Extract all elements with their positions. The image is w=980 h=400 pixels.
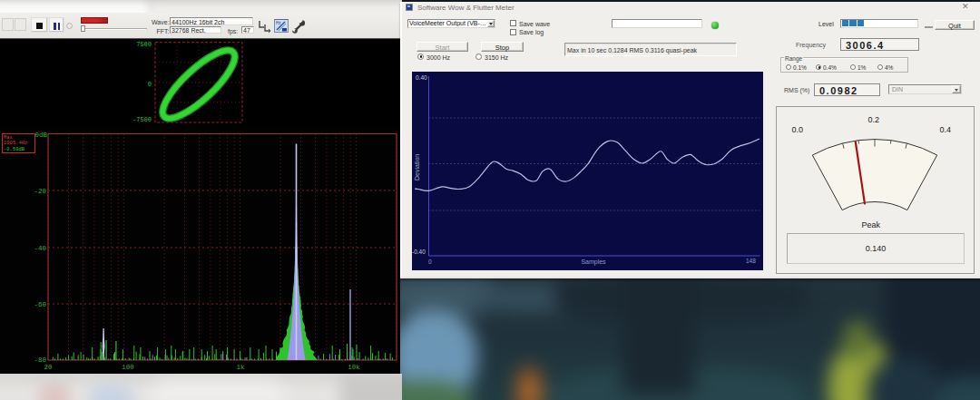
svg-text:0: 0 [428, 259, 432, 265]
svg-text:0dB: 0dB [34, 132, 47, 139]
svg-text:Samples: Samples [581, 259, 606, 266]
svg-text:-7500: -7500 [132, 116, 152, 123]
svg-text:7500: 7500 [136, 41, 152, 48]
svg-text:148: 148 [746, 258, 756, 264]
svg-text:0: 0 [148, 81, 152, 88]
svg-text:10k: 10k [348, 364, 360, 371]
svg-text:-20: -20 [34, 188, 46, 195]
svg-text:-80: -80 [34, 356, 46, 364]
svg-text:Hz: Hz [276, 21, 281, 25]
svg-text:Deviation: Deviation [414, 154, 420, 180]
svg-text:1k: 1k [236, 364, 245, 371]
svg-text:-60: -60 [34, 301, 46, 308]
svg-text:100: 100 [122, 364, 134, 371]
svg-text:20: 20 [44, 364, 53, 371]
svg-text:-0.40: -0.40 [412, 249, 426, 255]
svg-text:0.40: 0.40 [416, 74, 427, 81]
svg-text:-40: -40 [34, 245, 46, 252]
